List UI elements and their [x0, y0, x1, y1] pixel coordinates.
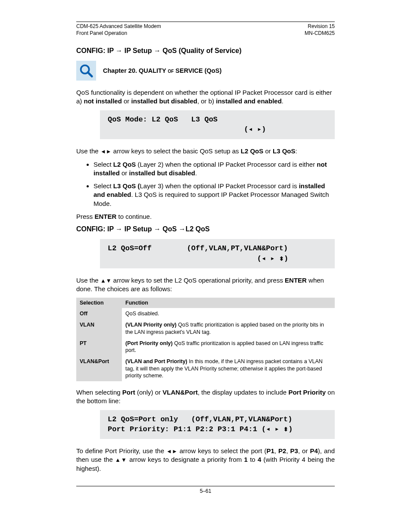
options-table: Selection Function Off QoS disabled. VLA… — [76, 298, 335, 381]
col-function: Function — [122, 298, 335, 308]
right-arrow-icon: ▸ — [271, 255, 275, 263]
table-row: VLAN (VLAN Priority only) QoS traffic pr… — [76, 319, 335, 338]
running-header: CDM-625 Advanced Satellite Modem Front P… — [76, 23, 335, 37]
updown-arrow-icon: ⬍ — [279, 255, 284, 262]
table-row: PT (Port Priority only) QoS traffic prio… — [76, 338, 335, 356]
arrow-icon: → — [115, 225, 122, 233]
header-right-2: MN-CDM625 — [305, 30, 335, 36]
cell-selection: Off — [76, 308, 122, 319]
header-left-2: Front Panel Operation — [76, 30, 127, 36]
cell-function: (VLAN and Port Priority) In this mode, i… — [122, 356, 335, 381]
arrow-icon: → — [154, 225, 161, 233]
header-left-1: CDM-625 Advanced Satellite Modem — [76, 23, 161, 29]
header-left: CDM-625 Advanced Satellite Modem Front P… — [76, 23, 161, 37]
updown-arrow-icon: ⬍ — [283, 426, 288, 432]
lcd-display-1: QoS Mode: L2 QoS L3 QoS (◂ ▸) — [100, 110, 335, 140]
cell-function: (Port Priority only) QoS traffic priorit… — [122, 338, 335, 356]
cell-function: QoS disabled. — [122, 308, 335, 319]
magnifier-icon — [76, 61, 96, 81]
right-arrow-icon: ▸ — [257, 125, 262, 134]
table-row: VLAN&Port (VLAN and Port Priority) In th… — [76, 356, 335, 381]
cell-selection: VLAN&Port — [76, 356, 122, 381]
up-arrow-icon: ▲ — [100, 277, 106, 284]
paragraph: Use the ◄► arrow keys to select the basi… — [76, 147, 335, 156]
table-header-row: Selection Function — [76, 298, 335, 308]
list-item: Select L3 QoS (Layer 3) when the optiona… — [93, 182, 335, 208]
page: CDM-625 Advanced Satellite Modem Front P… — [37, 0, 374, 507]
paragraph: Use the ▲▼ arrow keys to set the L2 QoS … — [76, 276, 335, 294]
left-arrow-icon: ◂ — [266, 425, 270, 433]
header-rule — [76, 22, 335, 22]
section-heading-qos: CONFIG: IP → IP Setup → QoS (Quality of … — [76, 47, 335, 55]
bullet-list: Select L2 QoS (Layer 2) when the optiona… — [76, 160, 335, 208]
section-heading-l2qos: CONFIG: IP → IP Setup → QoS →L2 QoS — [76, 225, 335, 233]
header-right: Revision 15 MN-CDM625 — [305, 23, 335, 37]
paragraph: To define Port Priority, use the ◄► arro… — [76, 447, 335, 473]
up-arrow-icon: ▲ — [115, 457, 121, 463]
paragraph: When selecting Port (only) or VLAN&Port,… — [76, 388, 335, 406]
cell-selection: VLAN — [76, 319, 122, 338]
arrow-icon: → — [115, 47, 122, 54]
paragraph: QoS functionality is dependent on whethe… — [76, 88, 335, 106]
page-footer: 5–61 — [76, 486, 335, 494]
page-number: 5–61 — [200, 488, 212, 494]
header-right-1: Revision 15 — [308, 23, 335, 29]
lcd-display-3: L2 QoS=Port only (Off,VLAN,PT,VLAN&Port)… — [100, 410, 335, 439]
down-arrow-icon: ▼ — [106, 277, 112, 284]
right-arrow-icon: ► — [172, 448, 177, 454]
svg-line-1 — [88, 72, 92, 77]
right-arrow-icon: ▸ — [275, 425, 279, 433]
left-arrow-icon: ◄ — [100, 148, 106, 155]
table-row: Off QoS disabled. — [76, 308, 335, 319]
cell-function: (VLAN Priority only) QoS traffic priorit… — [122, 319, 335, 338]
lcd-display-2: L2 QoS=Off (Off,VLAN,PT,VLAN&Port) (◂ ▸ … — [100, 239, 335, 268]
arrow-icon: → — [179, 225, 186, 233]
cell-selection: PT — [76, 338, 122, 356]
down-arrow-icon: ▼ — [121, 457, 127, 463]
paragraph: Press ENTER to continue. — [76, 212, 335, 221]
col-selection: Selection — [76, 298, 122, 308]
list-item: Select L2 QoS (Layer 2) when the optiona… — [93, 160, 335, 178]
reference-note: Chapter 20. QUALITY of SERVICE (QoS) — [76, 61, 335, 81]
reference-text: Chapter 20. QUALITY of SERVICE (QoS) — [103, 67, 221, 74]
left-arrow-icon: ◄ — [166, 448, 172, 454]
left-arrow-icon: ◂ — [262, 255, 266, 263]
arrow-icon: → — [154, 47, 161, 54]
right-arrow-icon: ► — [106, 148, 112, 155]
left-arrow-icon: ◂ — [248, 125, 252, 134]
